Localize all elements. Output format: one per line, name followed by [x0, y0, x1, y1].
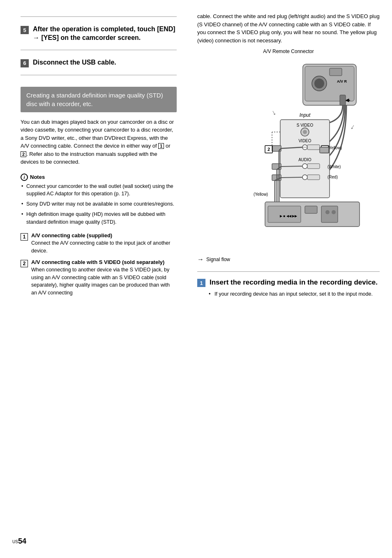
svg-text:(Red): (Red) — [327, 175, 338, 179]
signal-flow-label: Signal flow — [206, 257, 230, 262]
insert-step-title: Insert the recording media in the record… — [210, 278, 378, 287]
divider-after-5 — [21, 50, 177, 50]
diagram-label: A/V Remote Connector — [197, 49, 380, 54]
svg-rect-4 — [330, 68, 342, 76]
step-5-text: After the operation is completed, touch … — [33, 25, 177, 42]
svg-text:(White): (White) — [327, 164, 341, 169]
svg-point-18 — [302, 164, 307, 169]
section-title: Creating a standard definition image qua… — [21, 87, 177, 112]
svg-rect-19 — [307, 164, 320, 169]
svg-text:Input: Input — [300, 112, 311, 118]
svg-rect-38 — [305, 206, 317, 213]
notes-header: i Notes — [21, 174, 177, 181]
body-text-1: You can dub images played back on your c… — [21, 118, 177, 166]
step-6-num: 6 — [21, 59, 29, 67]
signal-flow: → Signal flow — [197, 256, 380, 263]
svg-rect-21 — [307, 175, 320, 180]
svg-rect-6 — [340, 95, 346, 105]
svg-rect-16 — [307, 145, 320, 150]
svg-point-41 — [332, 210, 336, 214]
connection-diagram: A/V R — [200, 56, 377, 253]
svg-line-28 — [281, 166, 302, 167]
svg-rect-27 — [272, 164, 281, 169]
svg-rect-39 — [321, 206, 338, 222]
svg-text:↓: ↓ — [270, 108, 277, 117]
svg-point-12 — [303, 130, 307, 134]
note-2: Sony DVD writer may not be available in … — [21, 200, 177, 208]
svg-text:▶ ■ ◀◀ ▶▶: ▶ ■ ◀◀ ▶▶ — [280, 214, 297, 218]
svg-text:VIDEO: VIDEO — [298, 139, 311, 143]
note-3: High definition image quality (HD) movie… — [21, 211, 177, 226]
insert-step-header: 1 Insert the recording media in the reco… — [197, 278, 380, 287]
left-column: 5 After the operation is completed, touc… — [0, 12, 189, 533]
svg-point-40 — [325, 210, 330, 214]
cable-1-item: 1 A/V connecting cable (supplied) Connec… — [21, 232, 177, 255]
insert-step-bullets: If your recording device has an input se… — [209, 290, 380, 298]
diagram-container: A/V R — [200, 56, 377, 253]
divider-after-6 — [21, 75, 177, 75]
cable-2-num: 2 — [21, 260, 28, 267]
svg-text:S VIDEO: S VIDEO — [297, 123, 314, 127]
step-5-num: 5 — [21, 26, 29, 34]
page: 5 After the operation is completed, touc… — [0, 0, 392, 558]
note-1: Connect your camcorder to the wall outle… — [21, 183, 177, 198]
notes-label: Notes — [30, 174, 45, 180]
svg-point-3 — [314, 79, 324, 88]
signal-flow-arrow: → — [197, 256, 204, 263]
svg-rect-35 — [320, 147, 329, 153]
step-5-block: 5 After the operation is completed, touc… — [21, 25, 177, 42]
cable-2-item: 2 A/V connecting cable with S VIDEO (sol… — [21, 259, 177, 297]
insert-step-block: 1 Insert the recording media in the reco… — [197, 271, 380, 298]
cable-2-title: A/V connecting cable with S VIDEO (sold … — [31, 259, 177, 265]
cable-1-num: 1 — [21, 233, 28, 241]
step-6-block: 6 Disconnect the USB cable. — [21, 58, 177, 67]
svg-text:(Yellow): (Yellow) — [254, 192, 268, 197]
page-number: 54 — [18, 537, 26, 546]
svg-text:(Yellow): (Yellow) — [327, 146, 342, 150]
svg-text:2: 2 — [267, 147, 270, 152]
insert-step-num: 1 — [197, 279, 205, 287]
svg-line-30 — [281, 177, 302, 178]
notes-icon: i — [21, 174, 28, 181]
notes-list: Connect your camcorder to the wall outle… — [21, 183, 177, 229]
svg-point-20 — [302, 175, 307, 180]
svg-text:AUDIO: AUDIO — [298, 157, 311, 162]
step-6-text: Disconnect the USB cable. — [33, 58, 116, 67]
top-divider — [21, 16, 177, 17]
cable-1-desc: Connect the A/V connecting cable to the … — [31, 239, 177, 255]
svg-text:↓: ↓ — [349, 122, 357, 131]
right-column: cable. Connect the white and red plug (l… — [189, 12, 392, 533]
cable-2-desc: When connecting to another device via th… — [31, 266, 177, 297]
page-locale: US — [12, 539, 18, 544]
svg-text:A/V R: A/V R — [337, 79, 347, 83]
page-footer: US 54 — [0, 533, 392, 546]
right-intro-text: cable. Connect the white and red plug (l… — [197, 12, 380, 44]
cable-1-title: A/V connecting cable (supplied) — [31, 232, 177, 238]
insert-bullet-1: If your recording device has an input se… — [209, 290, 380, 298]
